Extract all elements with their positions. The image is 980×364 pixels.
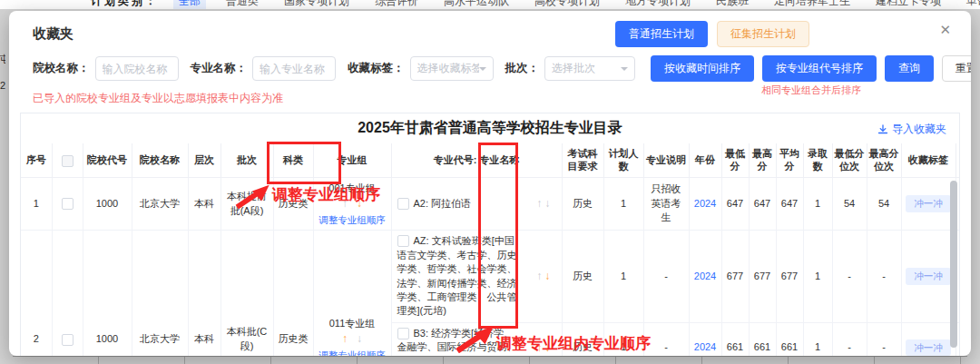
table-row: 11000北京大学本科本科提前批(A段)历史类001专业组↑↓调整专业组顺序A2… [21, 177, 960, 231]
level-cell: 本科 [188, 231, 220, 356]
supplementary-plan-button[interactable]: 征集招生计划 [717, 21, 809, 47]
input-box[interactable] [252, 56, 336, 81]
year-link[interactable]: 2024 [694, 198, 716, 209]
column-header: 录取数 [803, 143, 832, 177]
vertical-scrollbar[interactable] [950, 181, 957, 348]
adjust-group-order-link[interactable]: 调整专业组顺序 [317, 213, 388, 227]
major-checkbox[interactable] [397, 198, 409, 210]
chevron-down-icon [621, 67, 628, 74]
plan-count-cell: 1 [603, 177, 643, 231]
tag-cell: 冲一冲 [901, 177, 956, 231]
plan-count-cell: 1 [603, 231, 643, 322]
up-arrow-icon[interactable]: ↑ [536, 340, 542, 356]
down-arrow-icon[interactable]: ↓ [357, 331, 362, 347]
sort-or-query-button[interactable]: 查询 [885, 55, 934, 82]
min-score-cell: 647 [721, 177, 749, 231]
background-tab[interactable]: 定向培养军士生 [769, 0, 856, 9]
min-rank-cell: 54 [832, 177, 867, 231]
table-title: 2025年甘肃省普通高等学校招生专业目录 [358, 119, 622, 138]
major-checkbox[interactable] [397, 328, 409, 339]
modal-title: 收藏夹 [33, 25, 74, 43]
adjust-group-order-link[interactable]: 调整专业组顺序 [317, 349, 388, 356]
group-arrows: ↑↓ [317, 195, 388, 212]
major-name-cell: AZ: 文科试验班类[中国语言文学类、考古学、历史学类、哲学类、社会学类、法学、… [391, 231, 525, 322]
row-checkbox[interactable] [62, 334, 74, 346]
sort-or-query-button[interactable]: 按收藏时间排序 [651, 55, 754, 82]
background-tab[interactable]: 全部 [173, 0, 206, 9]
major-note-cell: 只招收英语考生 [643, 177, 689, 231]
background-tab[interactable]: 地方专项计划 [620, 0, 696, 9]
up-arrow-icon[interactable]: ↑ [342, 196, 348, 212]
column-header: 最高分 [749, 143, 776, 177]
filter-label: 批次： [505, 61, 540, 76]
background-tab[interactable]: 高校专项计划 [529, 0, 605, 9]
down-arrow-icon[interactable]: ↓ [544, 196, 550, 212]
column-header: 专业组 [313, 143, 391, 177]
background-tab[interactable]: 高水平运动队 [438, 0, 514, 9]
down-arrow-icon[interactable]: ↓ [544, 340, 550, 356]
max-score-cell: 661 [749, 322, 776, 356]
major-name-cell: A2: 阿拉伯语 [391, 177, 525, 231]
major-name-text: B3: 经济学类[经济学、金融学、国际经济与贸易、财政学] [397, 328, 517, 356]
exam-subject-cell: 历史 [562, 231, 603, 322]
plan-count-cell: 1 [603, 322, 643, 356]
select-box[interactable]: 选择批次 [544, 56, 635, 81]
batch-cell: 本科批(C段) [220, 231, 273, 356]
import-icon [877, 124, 888, 135]
group-arrows: ↑↓ [317, 330, 388, 348]
down-arrow-icon[interactable]: ↓ [357, 196, 362, 212]
column-header: 平均分 [776, 143, 803, 177]
row-checkbox-cell [52, 231, 83, 356]
up-arrow-icon[interactable]: ↑ [342, 331, 348, 347]
group-name: 001专业组 [317, 182, 388, 195]
background-tab[interactable]: 普通类 [220, 0, 264, 9]
background-tab[interactable]: 民族班 [710, 0, 754, 9]
seq-cell: 2 [21, 231, 52, 356]
column-header [52, 143, 83, 177]
action-buttons: 按收藏时间排序按专业组代号排序查询重置批量取消收藏分享相同专业组合并后排序 [651, 55, 971, 82]
year-link[interactable]: 2024 [694, 271, 716, 281]
column-header: 科类 [273, 143, 313, 177]
header-checkbox[interactable] [62, 155, 74, 167]
action-button[interactable]: 重置 [942, 55, 971, 82]
column-header: 专业代号: 专业名称 [391, 143, 562, 177]
up-arrow-icon[interactable]: ↑ [536, 196, 542, 212]
year-link[interactable]: 2024 [694, 341, 716, 352]
background-tab[interactable]: 国家专项计划 [279, 0, 355, 9]
exam-subject-cell: 历史 [562, 322, 603, 356]
text-input[interactable] [103, 63, 172, 75]
sort-hint-text: 相同专业组合并后排序 [761, 84, 861, 97]
cancel-favorite-link[interactable]: 取消收藏 [959, 271, 960, 281]
sort-or-query-button[interactable]: 按专业组代号排序 [762, 55, 877, 82]
input-box[interactable] [95, 56, 179, 81]
table-title-bar: 2025年甘肃省普通高等学校招生专业目录 导入收藏夹 [21, 113, 959, 143]
text-input[interactable] [260, 63, 328, 75]
min-score-cell: 661 [721, 322, 749, 356]
row-checkbox[interactable] [62, 198, 74, 210]
filter-input-1: 专业名称： [191, 56, 337, 81]
close-icon[interactable]: ✕ [939, 22, 951, 38]
select-placeholder: 选择收藏标签 [417, 61, 479, 76]
tag-cell: 冲一冲 [901, 231, 956, 322]
cancel-favorite-link[interactable]: 取消收藏 [959, 198, 960, 209]
major-checkbox[interactable] [397, 235, 409, 247]
column-header: 最低分位次 [832, 143, 867, 177]
select-box[interactable]: 选择收藏标签 [410, 56, 494, 81]
cancel-favorite-link[interactable]: 取消收藏 [959, 341, 960, 352]
major-group-cell: 001专业组↑↓调整专业组顺序 [313, 177, 391, 231]
general-plan-button[interactable]: 普通招生计划 [615, 21, 708, 47]
plan-type-buttons: 普通招生计划 征集招生计划 [615, 21, 809, 47]
school-name-cell: 北京大学 [132, 231, 188, 356]
chevron-down-icon [479, 67, 486, 74]
background-tab[interactable]: 综合评价 [369, 0, 424, 9]
filter-input-0: 院校名称： [33, 56, 179, 81]
column-header: 层次 [188, 143, 220, 177]
category-cell: 历史类 [273, 231, 313, 356]
up-arrow-icon[interactable]: ↑ [536, 269, 542, 284]
background-tab[interactable]: 革命老区专项 [961, 0, 980, 9]
import-favorites-link[interactable]: 导入收藏夹 [877, 122, 946, 137]
column-header: 操作 [956, 143, 960, 177]
down-arrow-icon[interactable]: ↓ [544, 269, 550, 284]
exam-subject-cell: 历史 [562, 177, 603, 231]
background-tab[interactable]: 建档立卡专项 [870, 0, 946, 9]
